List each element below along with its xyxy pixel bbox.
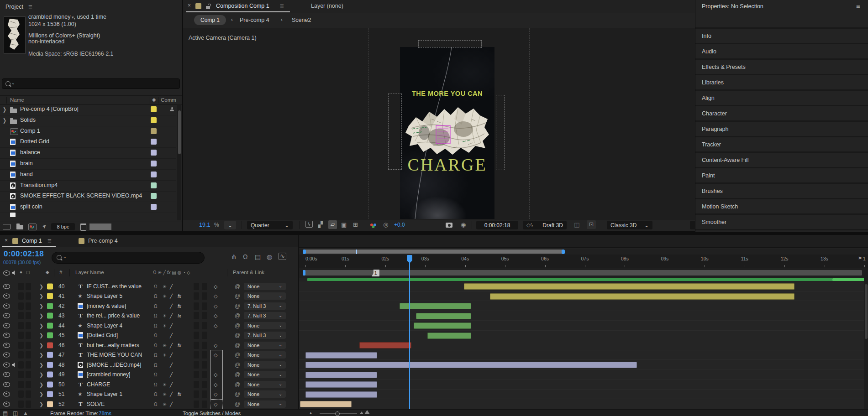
properties-item-effects-presets[interactable]: Effects & Presets bbox=[695, 60, 868, 75]
view-layout-icon[interactable]: ◫ bbox=[574, 221, 579, 228]
transparency-grid-icon[interactable]: ▞ bbox=[318, 221, 323, 228]
layer-row[interactable]: ❯44★Shape Layer 4Ω☀╱◇@None⌄ bbox=[0, 321, 298, 331]
threed-switch-icon[interactable]: ◇ bbox=[214, 372, 217, 378]
quality-switch-icon[interactable]: ╱ bbox=[170, 313, 173, 318]
layer-duration-bar[interactable] bbox=[400, 303, 471, 309]
quality-switch-icon[interactable]: ╱ bbox=[170, 333, 173, 338]
layer-duration-bar[interactable] bbox=[416, 313, 471, 319]
layer-label-chip[interactable] bbox=[47, 342, 53, 348]
layer-duration-bar[interactable] bbox=[305, 352, 377, 359]
properties-item-libraries[interactable]: Libraries bbox=[695, 75, 868, 91]
quality-switch-icon[interactable]: ╱ bbox=[170, 372, 173, 377]
breadcrumb-comp1[interactable]: Comp 1 bbox=[194, 15, 226, 25]
close-tab-icon[interactable]: × bbox=[188, 2, 191, 9]
collapse-switch-icon[interactable]: ☀ bbox=[163, 401, 167, 406]
properties-item-tracker[interactable]: Tracker bbox=[695, 137, 868, 153]
shy-layers-icon[interactable]: Ω bbox=[243, 253, 247, 260]
fast-previews-button[interactable]: ◇ϟDraft 3D bbox=[523, 221, 567, 229]
navigator-end-handle[interactable] bbox=[562, 250, 565, 254]
layer-row[interactable]: ❯46Tbut her...eally mattersΩ☀╱fx◇@None⌄ bbox=[0, 340, 298, 351]
properties-item-motion-sketch[interactable]: Motion Sketch bbox=[695, 199, 868, 215]
project-item[interactable]: ❯Pre-comp 4 [CompBro] bbox=[0, 104, 176, 115]
preview-timecode-button[interactable]: 0:00:02:18 bbox=[476, 221, 518, 229]
zoom-dropdown[interactable]: ⌄ bbox=[224, 221, 236, 229]
navigator-start-handle[interactable] bbox=[303, 250, 306, 254]
quality-switch-icon[interactable]: ╱ bbox=[170, 353, 173, 358]
layer-name[interactable]: IF CUST...es the value bbox=[87, 283, 142, 290]
project-item[interactable]: SMOKE EFFECT BLACK SCREEN VIDEO.mp4 bbox=[0, 191, 176, 202]
threed-switch-icon[interactable]: ◇ bbox=[214, 303, 217, 309]
parent-pickwhip-icon[interactable]: @ bbox=[235, 391, 240, 397]
layer-eye-icon[interactable] bbox=[3, 382, 10, 387]
quality-switch-icon[interactable]: ╱ bbox=[170, 343, 173, 348]
toggle-switches-modes-button[interactable]: Toggle Switches / Modes bbox=[183, 411, 241, 416]
quality-switch-icon[interactable]: ╱ bbox=[170, 323, 173, 328]
fx-switch-icon[interactable]: fx bbox=[178, 343, 181, 348]
parent-pickwhip-icon[interactable]: @ bbox=[235, 381, 240, 388]
zoom-out-arrow-icon[interactable]: ▴ bbox=[310, 410, 312, 415]
parent-link-dropdown[interactable]: None⌄ bbox=[244, 342, 286, 349]
expand-inout-icon[interactable]: ▲ bbox=[23, 410, 28, 416]
new-composition-icon[interactable] bbox=[28, 224, 37, 230]
label-color-chip[interactable] bbox=[151, 106, 157, 112]
bit-depth-button[interactable]: 8 bpc bbox=[51, 223, 75, 230]
project-item[interactable]: split coin bbox=[0, 202, 176, 213]
exposure-value[interactable]: +0.0 bbox=[394, 222, 405, 228]
threed-switch-icon[interactable]: ◇ bbox=[214, 381, 217, 387]
expand-arrow-icon[interactable]: ❯ bbox=[3, 106, 6, 113]
layer-audio-icon[interactable] bbox=[12, 363, 16, 367]
lock-column-icon[interactable]: □ bbox=[26, 270, 30, 275]
new-folder-icon[interactable] bbox=[16, 225, 23, 229]
motion-blur-icon[interactable]: ◍ bbox=[267, 253, 272, 260]
snapshot-camera-icon[interactable] bbox=[446, 223, 452, 228]
shy-switch-icon[interactable]: Ω bbox=[154, 303, 157, 308]
layer-name[interactable]: [money & value] bbox=[87, 303, 126, 309]
parent-link-dropdown[interactable]: None⌄ bbox=[244, 361, 286, 369]
project-item[interactable]: hand bbox=[0, 169, 176, 181]
parent-pickwhip-icon[interactable]: @ bbox=[235, 303, 240, 309]
layer-label-chip[interactable] bbox=[47, 283, 53, 289]
parent-pickwhip-icon[interactable]: @ bbox=[235, 352, 240, 358]
layer-eye-icon[interactable] bbox=[3, 294, 10, 299]
layer-row[interactable]: ❯49[crambled money]Ω╱◇@None⌄ bbox=[0, 370, 298, 380]
layer-expand-arrow-icon[interactable]: ❯ bbox=[39, 372, 43, 378]
shy-switch-icon[interactable]: Ω bbox=[154, 362, 157, 367]
playhead-line[interactable] bbox=[409, 258, 410, 409]
label-color-chip[interactable] bbox=[151, 204, 157, 210]
parent-link-dropdown[interactable]: None⌄ bbox=[244, 400, 286, 408]
quality-switch-icon[interactable]: ╱ bbox=[170, 303, 173, 308]
collapse-switch-icon[interactable]: ☀ bbox=[163, 294, 167, 299]
layer-eye-icon[interactable] bbox=[3, 372, 10, 377]
properties-item-brushes[interactable]: Brushes bbox=[695, 184, 868, 199]
layer-label-chip[interactable] bbox=[47, 372, 53, 378]
eye-column-icon[interactable] bbox=[3, 270, 10, 276]
close-tab-icon[interactable]: × bbox=[5, 237, 8, 244]
threed-switch-icon[interactable]: ◇ bbox=[214, 293, 217, 299]
layer-label-chip[interactable] bbox=[47, 313, 53, 319]
layer-row[interactable]: ❯50TCHARGEΩ☀╱◇@None⌄ bbox=[0, 380, 298, 390]
layer-duration-bar[interactable] bbox=[490, 293, 794, 300]
layer-expand-arrow-icon[interactable]: ❯ bbox=[39, 342, 43, 348]
work-area-start-handle[interactable] bbox=[303, 270, 305, 276]
layer-label-chip[interactable] bbox=[47, 293, 53, 299]
layer-name[interactable]: CHARGE bbox=[87, 381, 110, 388]
parent-link-dropdown[interactable]: None⌄ bbox=[244, 390, 286, 398]
fx-switch-icon[interactable]: fx bbox=[178, 303, 181, 308]
layer-expand-arrow-icon[interactable]: ❯ bbox=[39, 333, 43, 338]
collapse-switch-icon[interactable]: ☀ bbox=[163, 353, 167, 358]
layer-row[interactable]: ❯45[Dotted Grid]Ω╱@7. Null 3⌄ bbox=[0, 331, 298, 341]
layer-row[interactable]: ❯43Tthe rel... price & valueΩ☀╱fx◇@7. Nu… bbox=[0, 311, 298, 322]
lock-open-icon[interactable] bbox=[206, 6, 210, 9]
layer-name[interactable]: but her...eally matters bbox=[87, 342, 139, 348]
threed-switch-icon[interactable]: ◇ bbox=[214, 352, 217, 358]
column-parent-link[interactable]: Parent & Link bbox=[233, 270, 264, 275]
footage-thumbnail[interactable] bbox=[4, 16, 26, 54]
timeline-graph[interactable]: 0:00s01s02s03s04s05s06s07s08s09s10s11s12… bbox=[299, 249, 868, 409]
layer-name[interactable]: the rel... price & value bbox=[87, 312, 140, 319]
properties-item-smoother[interactable]: Smoother bbox=[695, 215, 868, 230]
label-color-chip[interactable] bbox=[151, 172, 157, 177]
expand-layer-switches-icon[interactable]: ▤ bbox=[3, 410, 8, 416]
zoom-value[interactable]: 19.1 bbox=[199, 222, 210, 228]
trash-icon[interactable] bbox=[80, 224, 86, 231]
layer-label-chip[interactable] bbox=[47, 391, 53, 397]
